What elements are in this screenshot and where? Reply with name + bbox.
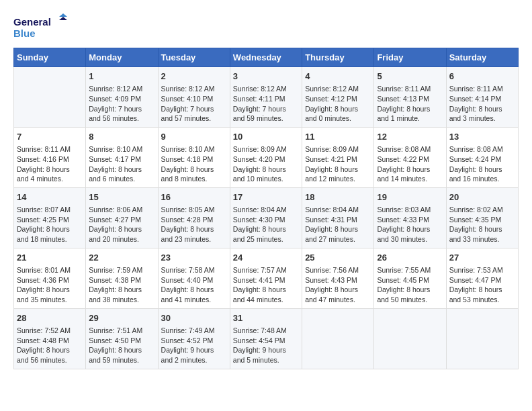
calendar-cell: 11Sunrise: 8:09 AMSunset: 4:21 PMDayligh… bbox=[302, 127, 374, 187]
day-number: 5 bbox=[377, 71, 443, 83]
day-number: 25 bbox=[305, 252, 371, 264]
day-number: 14 bbox=[17, 191, 83, 203]
day-info: Sunrise: 8:12 AMSunset: 4:12 PMDaylight:… bbox=[305, 84, 371, 124]
calendar-cell: 1Sunrise: 8:12 AMSunset: 4:09 PMDaylight… bbox=[86, 67, 158, 128]
calendar-cell: 30Sunrise: 7:49 AMSunset: 4:52 PMDayligh… bbox=[158, 308, 230, 369]
calendar-cell bbox=[374, 308, 446, 369]
weekday-header-sunday: Sunday bbox=[14, 48, 86, 67]
day-info: Sunrise: 8:09 AMSunset: 4:20 PMDaylight:… bbox=[233, 144, 299, 184]
day-info: Sunrise: 8:11 AMSunset: 4:13 PMDaylight:… bbox=[377, 84, 443, 124]
day-number: 21 bbox=[17, 252, 83, 264]
calendar-cell: 16Sunrise: 8:05 AMSunset: 4:28 PMDayligh… bbox=[158, 187, 230, 248]
day-number: 12 bbox=[377, 131, 443, 143]
day-info: Sunrise: 8:07 AMSunset: 4:25 PMDaylight:… bbox=[17, 205, 83, 244]
calendar-cell: 28Sunrise: 7:52 AMSunset: 4:48 PMDayligh… bbox=[14, 308, 86, 369]
calendar-cell: 23Sunrise: 7:58 AMSunset: 4:40 PMDayligh… bbox=[158, 248, 230, 308]
day-number: 20 bbox=[449, 191, 515, 203]
calendar-cell: 2Sunrise: 8:12 AMSunset: 4:10 PMDaylight… bbox=[158, 67, 230, 128]
day-info: Sunrise: 8:04 AMSunset: 4:31 PMDaylight:… bbox=[305, 205, 371, 244]
day-info: Sunrise: 7:58 AMSunset: 4:40 PMDaylight:… bbox=[161, 265, 227, 305]
day-info: Sunrise: 8:08 AMSunset: 4:24 PMDaylight:… bbox=[449, 144, 515, 184]
calendar-cell: 3Sunrise: 8:12 AMSunset: 4:11 PMDaylight… bbox=[230, 67, 302, 128]
day-number: 4 bbox=[305, 71, 371, 83]
day-number: 19 bbox=[377, 191, 443, 203]
calendar-cell: 4Sunrise: 8:12 AMSunset: 4:12 PMDaylight… bbox=[302, 67, 374, 128]
day-number: 6 bbox=[449, 71, 515, 83]
day-number: 13 bbox=[449, 131, 515, 143]
day-number: 22 bbox=[89, 252, 154, 264]
day-info: Sunrise: 8:01 AMSunset: 4:36 PMDaylight:… bbox=[17, 265, 83, 305]
calendar-cell: 7Sunrise: 8:11 AMSunset: 4:16 PMDaylight… bbox=[14, 127, 86, 187]
day-number: 26 bbox=[377, 252, 443, 264]
svg-text:Blue: Blue bbox=[13, 28, 36, 39]
day-number: 17 bbox=[233, 191, 299, 203]
day-number: 27 bbox=[449, 252, 515, 264]
calendar-week-row: 7Sunrise: 8:11 AMSunset: 4:16 PMDaylight… bbox=[14, 127, 519, 187]
logo-svg: General Blue bbox=[13, 13, 67, 44]
day-info: Sunrise: 8:12 AMSunset: 4:10 PMDaylight:… bbox=[161, 84, 227, 124]
day-info: Sunrise: 8:02 AMSunset: 4:35 PMDaylight:… bbox=[449, 205, 515, 244]
calendar-cell bbox=[14, 67, 86, 128]
day-number: 3 bbox=[233, 71, 299, 83]
calendar-cell: 8Sunrise: 8:10 AMSunset: 4:17 PMDaylight… bbox=[86, 127, 158, 187]
day-info: Sunrise: 8:04 AMSunset: 4:30 PMDaylight:… bbox=[233, 205, 299, 244]
day-info: Sunrise: 7:59 AMSunset: 4:38 PMDaylight:… bbox=[89, 265, 154, 305]
weekday-header-friday: Friday bbox=[374, 48, 446, 67]
calendar-cell bbox=[446, 308, 518, 369]
day-number: 1 bbox=[89, 71, 154, 83]
day-info: Sunrise: 8:03 AMSunset: 4:33 PMDaylight:… bbox=[377, 205, 443, 244]
weekday-header-row: SundayMondayTuesdayWednesdayThursdayFrid… bbox=[14, 48, 519, 67]
calendar-week-row: 21Sunrise: 8:01 AMSunset: 4:36 PMDayligh… bbox=[14, 248, 519, 308]
day-number: 28 bbox=[17, 312, 83, 324]
calendar-cell: 27Sunrise: 7:53 AMSunset: 4:47 PMDayligh… bbox=[446, 248, 518, 308]
calendar-cell: 25Sunrise: 7:56 AMSunset: 4:43 PMDayligh… bbox=[302, 248, 374, 308]
day-info: Sunrise: 8:08 AMSunset: 4:22 PMDaylight:… bbox=[377, 144, 443, 184]
day-info: Sunrise: 8:09 AMSunset: 4:21 PMDaylight:… bbox=[305, 144, 371, 184]
day-number: 9 bbox=[161, 131, 227, 143]
day-number: 31 bbox=[233, 312, 299, 324]
weekday-header-tuesday: Tuesday bbox=[158, 48, 230, 67]
day-info: Sunrise: 8:12 AMSunset: 4:09 PMDaylight:… bbox=[89, 84, 154, 124]
day-info: Sunrise: 8:10 AMSunset: 4:17 PMDaylight:… bbox=[89, 144, 154, 184]
calendar-cell: 15Sunrise: 8:06 AMSunset: 4:27 PMDayligh… bbox=[86, 187, 158, 248]
calendar-cell: 20Sunrise: 8:02 AMSunset: 4:35 PMDayligh… bbox=[446, 187, 518, 248]
day-info: Sunrise: 8:05 AMSunset: 4:28 PMDaylight:… bbox=[161, 205, 227, 244]
calendar-cell: 5Sunrise: 8:11 AMSunset: 4:13 PMDaylight… bbox=[374, 67, 446, 128]
day-number: 23 bbox=[161, 252, 227, 264]
day-number: 8 bbox=[89, 131, 154, 143]
day-number: 7 bbox=[17, 131, 83, 143]
day-info: Sunrise: 7:53 AMSunset: 4:47 PMDaylight:… bbox=[449, 265, 515, 305]
calendar-cell: 12Sunrise: 8:08 AMSunset: 4:22 PMDayligh… bbox=[374, 127, 446, 187]
calendar-cell: 14Sunrise: 8:07 AMSunset: 4:25 PMDayligh… bbox=[14, 187, 86, 248]
day-info: Sunrise: 7:57 AMSunset: 4:41 PMDaylight:… bbox=[233, 265, 299, 305]
calendar-cell: 10Sunrise: 8:09 AMSunset: 4:20 PMDayligh… bbox=[230, 127, 302, 187]
calendar-table: SundayMondayTuesdayWednesdayThursdayFrid… bbox=[13, 48, 519, 369]
day-number: 15 bbox=[89, 191, 154, 203]
calendar-cell: 18Sunrise: 8:04 AMSunset: 4:31 PMDayligh… bbox=[302, 187, 374, 248]
day-number: 30 bbox=[161, 312, 227, 324]
day-number: 2 bbox=[161, 71, 227, 83]
calendar-cell: 21Sunrise: 8:01 AMSunset: 4:36 PMDayligh… bbox=[14, 248, 86, 308]
calendar-week-row: 14Sunrise: 8:07 AMSunset: 4:25 PMDayligh… bbox=[14, 187, 519, 248]
day-number: 11 bbox=[305, 131, 371, 143]
weekday-header-saturday: Saturday bbox=[446, 48, 518, 67]
calendar-cell: 24Sunrise: 7:57 AMSunset: 4:41 PMDayligh… bbox=[230, 248, 302, 308]
day-info: Sunrise: 7:48 AMSunset: 4:54 PMDaylight:… bbox=[233, 326, 299, 365]
calendar-cell: 29Sunrise: 7:51 AMSunset: 4:50 PMDayligh… bbox=[86, 308, 158, 369]
calendar-cell: 26Sunrise: 7:55 AMSunset: 4:45 PMDayligh… bbox=[374, 248, 446, 308]
calendar-cell: 9Sunrise: 8:10 AMSunset: 4:18 PMDaylight… bbox=[158, 127, 230, 187]
calendar-cell: 22Sunrise: 7:59 AMSunset: 4:38 PMDayligh… bbox=[86, 248, 158, 308]
day-number: 10 bbox=[233, 131, 299, 143]
day-info: Sunrise: 7:52 AMSunset: 4:48 PMDaylight:… bbox=[17, 326, 83, 365]
svg-marker-2 bbox=[59, 13, 67, 17]
calendar-cell: 13Sunrise: 8:08 AMSunset: 4:24 PMDayligh… bbox=[446, 127, 518, 187]
day-info: Sunrise: 8:10 AMSunset: 4:18 PMDaylight:… bbox=[161, 144, 227, 184]
page-header: General Blue bbox=[13, 13, 519, 44]
calendar-cell bbox=[302, 308, 374, 369]
day-number: 16 bbox=[161, 191, 227, 203]
svg-marker-3 bbox=[59, 17, 67, 20]
day-info: Sunrise: 8:11 AMSunset: 4:14 PMDaylight:… bbox=[449, 84, 515, 124]
day-info: Sunrise: 7:56 AMSunset: 4:43 PMDaylight:… bbox=[305, 265, 371, 305]
calendar-week-row: 1Sunrise: 8:12 AMSunset: 4:09 PMDaylight… bbox=[14, 67, 519, 128]
day-info: Sunrise: 8:12 AMSunset: 4:11 PMDaylight:… bbox=[233, 84, 299, 124]
